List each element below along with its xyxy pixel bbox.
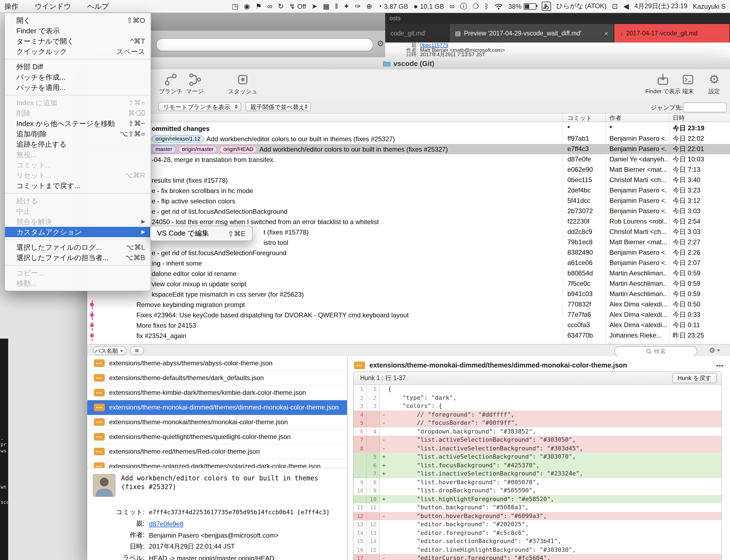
menu-item[interactable]: 選択したファイルの担当者...⌥⌘B: [5, 252, 151, 263]
vpn-icon[interactable]: ∞: [267, 3, 272, 10]
menu-item[interactable]: 続ける: [5, 196, 151, 206]
grid-icon[interactable]: ▦: [323, 3, 329, 10]
revert-hunk-button[interactable]: Hunk を戻す: [672, 373, 717, 383]
volume-icon[interactable]: ◀: [623, 3, 629, 10]
screen-share-icon[interactable]: ◳: [231, 3, 238, 10]
column-header-author[interactable]: 作者: [609, 114, 621, 122]
search-options-button[interactable]: ⚙: [709, 346, 720, 354]
menubar-clock[interactable]: 4月29日(土) 23:19: [634, 2, 687, 11]
menu-item[interactable]: 外部 Diff: [5, 62, 151, 72]
mail-icon[interactable]: ➤: [311, 3, 317, 10]
menu-title-window[interactable]: ウインドウ: [35, 2, 71, 10]
file-row[interactable]: •••extensions/theme-kimbie-dark/themes/k…: [87, 386, 347, 400]
more-options-icon[interactable]: •••: [716, 361, 723, 369]
menu-item[interactable]: 追跡を停止する: [5, 139, 151, 149]
disk-usage-item[interactable]: ◔3.87 GB: [378, 2, 408, 10]
flag-icon[interactable]: ⚑: [255, 3, 262, 10]
menu-item[interactable]: 選択したファイルのログ...⌥⌘L: [5, 242, 151, 252]
menu-item[interactable]: 削除⌘⌫: [5, 108, 151, 118]
commit-row[interactable]: masterorigin/masterorigin/HEADAdd workbe…: [87, 144, 730, 154]
editor-tab[interactable]: ↓2017-04-17-vcode_git.md: [614, 24, 730, 43]
bluetooth-icon[interactable]: ᛒ: [485, 3, 489, 10]
menu-item[interactable]: 追加/削除⌥⇧⌘=: [5, 129, 151, 139]
commit-row[interactable]: -04-28, merge in translation from transi…: [87, 154, 730, 165]
feather-icon[interactable]: ✑: [355, 3, 361, 10]
menu-item[interactable]: 移動...: [5, 278, 151, 288]
commit-row[interactable]: ommitted changes**今日 23:19: [87, 123, 730, 134]
menu-item[interactable]: コミットまで戻す...: [5, 180, 151, 191]
browser-icon[interactable]: ⊕: [366, 3, 372, 10]
user-name[interactable]: Kazuyuki S: [693, 2, 726, 10]
commit-row[interactable]: Remove keybinding migration prompt770832…: [87, 299, 730, 310]
merge-button[interactable]: マージ: [175, 73, 214, 95]
memory-item[interactable]: ●10.1 GB: [414, 2, 444, 10]
custom-actions-submenu[interactable]: VS Code で編集 ⇧⌘E: [150, 226, 252, 241]
menu-item[interactable]: カスタムアクション▶: [5, 227, 151, 237]
menu-item[interactable]: 中止: [5, 206, 151, 216]
commit-row[interactable]: kspaceEdit type mismatch in css server (…: [87, 289, 730, 299]
commit-row[interactable]: e - get rid of list.focusAndSelectionFor…: [87, 248, 730, 258]
gear-icon[interactable]: ⚙: [377, 39, 384, 49]
menu-title-help[interactable]: ヘルプ: [87, 2, 109, 10]
menu-item[interactable]: Index から他へステージを移動⇧⌘−: [5, 118, 151, 129]
menu-item[interactable]: 競合を解決▶: [5, 216, 151, 227]
ime-name[interactable]: ひらがな (ATOK): [556, 2, 606, 11]
settings-button[interactable]: ⚙ 設定: [702, 73, 727, 95]
menu-item[interactable]: Index に追加⇧⌘=: [5, 98, 151, 108]
chat-icon[interactable]: ❍: [473, 3, 479, 10]
search-field[interactable]: 検索: [614, 346, 697, 356]
battery-item[interactable]: 38%: [508, 2, 536, 10]
commit-row[interactable]: origin/release/1.12Add workbench/editor …: [87, 134, 730, 144]
menu-item[interactable]: パッチを作成...: [5, 72, 151, 82]
info-icon[interactable]: ⓘ: [460, 3, 467, 10]
commit-row[interactable]: e062e90Matt Bierner <mat...今日 7:13: [87, 165, 730, 175]
menu-title-actions[interactable]: 操作: [4, 2, 19, 10]
menu-item[interactable]: コミット...: [5, 160, 151, 170]
menu-item[interactable]: Finder で表示: [5, 26, 151, 36]
commit-row[interactable]: view color mixup in update script7f5ce0c…: [87, 279, 730, 289]
commit-row[interactable]: More fixes for 24153ccc0fa3Alex Dima <al…: [87, 320, 730, 330]
menu-item[interactable]: 開く⇧⌘O: [5, 15, 151, 26]
pause-icon[interactable]: ‖: [335, 3, 338, 10]
backup-icon[interactable]: ↻: [278, 3, 284, 10]
commit-row[interactable]: Fixes #23964: Use keyCode based dispatch…: [87, 310, 730, 320]
stash-button[interactable]: スタッシュ: [223, 73, 262, 95]
editor-tab[interactable]: code_git.md': [385, 24, 450, 43]
detail-value[interactable]: d87e0fe9e8: [149, 520, 184, 528]
wifi-icon[interactable]: [494, 3, 503, 10]
file-row[interactable]: •••extensions/theme-monokai/themes/monok…: [87, 415, 347, 430]
remote-branch-popup[interactable]: リモートブランチを表示: [158, 102, 241, 111]
background-search-field[interactable]: [156, 38, 373, 51]
commit-row[interactable]: e - fix broken scrollbars in hc mode2def…: [87, 185, 730, 196]
twitter-icon[interactable]: ✦: [343, 3, 349, 10]
terminal-button[interactable]: 端末: [674, 73, 702, 95]
camera-icon[interactable]: ◉: [244, 3, 250, 10]
commit-row[interactable]: results limit (fixes #15778)0bec115Chris…: [87, 175, 730, 185]
file-row[interactable]: •••extensions/theme-quietlight/themes/qu…: [87, 430, 347, 444]
list-view-button[interactable]: ≡: [130, 346, 144, 355]
menu-item[interactable]: ターミナルで開く^⌘T: [5, 36, 151, 46]
commit-row[interactable]: e - flip active selection colors5f41dccB…: [87, 196, 730, 206]
file-row[interactable]: •••extensions/theme-abyss/themes/abyss-c…: [87, 356, 347, 371]
sort-order-popup[interactable]: 親子関係で並べ替え: [245, 102, 311, 111]
window-titlebar[interactable]: vscode (Git): [87, 57, 730, 70]
menu-item[interactable]: パッチを適用...: [5, 82, 151, 93]
commit-row[interactable]: e - get rid of list.focusAndSelectionBac…: [87, 206, 730, 216]
jump-input[interactable]: [683, 103, 727, 112]
caffeine-icon[interactable]: ↯Off: [289, 2, 306, 10]
file-row[interactable]: •••extensions/theme-solarized-dark/theme…: [87, 459, 347, 468]
commit-row[interactable]: 24050 - lost this error msg when I switc…: [87, 216, 730, 227]
menu-item[interactable]: コピー...: [5, 268, 151, 278]
menu-item[interactable]: リセット...⌥⌘R: [5, 170, 151, 180]
commit-row[interactable]: fix #23524_again634770bJohannes Rieke...…: [87, 330, 730, 341]
file-row[interactable]: •••extensions/theme-defaults/themes/dark…: [87, 371, 347, 386]
glasses-icon[interactable]: ∞: [450, 3, 455, 10]
ime-badge[interactable]: あ: [542, 2, 551, 11]
commit-row[interactable]: ing - inherit somea61ce06Benjamin Pasero…: [87, 258, 730, 268]
display-icon[interactable]: ⊡: [612, 3, 618, 10]
commit-row[interactable]: dalone editor color id renameb80654dMart…: [87, 268, 730, 279]
menu-item[interactable]: 無視...: [5, 149, 151, 160]
close-icon[interactable]: ×: [604, 29, 608, 37]
file-row[interactable]: •••extensions/theme-monokai-dimmed/theme…: [87, 400, 347, 415]
menu-item[interactable]: クイックルックスペース: [5, 46, 151, 57]
